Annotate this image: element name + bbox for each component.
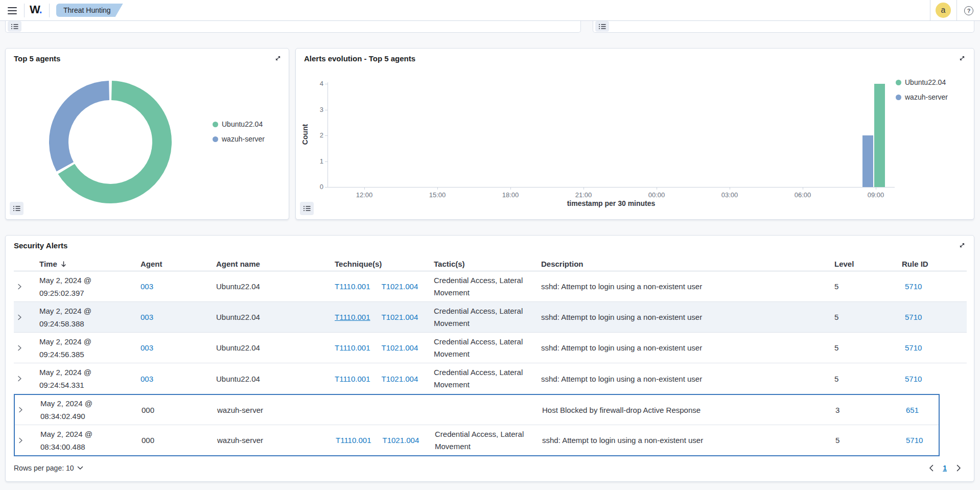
y-tick-label: 2 — [304, 131, 323, 139]
header-tactics[interactable]: Tactic(s) — [428, 258, 535, 270]
cell-rule-id: 5710 — [882, 313, 967, 321]
cell-time: May 2, 2024 @ 09:24:58.388 — [34, 305, 121, 330]
rows-per-page-selector[interactable]: Rows per page: 10 — [14, 464, 83, 472]
row-expand-chevron-right-icon[interactable] — [17, 283, 22, 291]
cell-techniques: T1110.001T1021.004 — [325, 375, 428, 383]
wazuh-logo[interactable]: W. — [30, 3, 42, 16]
header-description[interactable]: Description — [535, 260, 821, 268]
bar-chart: Count 01234 12:0015:0018:0021:0000:0003:… — [296, 49, 975, 220]
list-icon[interactable] — [300, 202, 314, 215]
x-tick-label: 21:00 — [568, 191, 599, 199]
expand-icon[interactable] — [956, 240, 968, 251]
rule-id-link[interactable]: 5710 — [905, 282, 922, 291]
rule-id-link[interactable]: 651 — [906, 406, 919, 414]
cell-time: May 2, 2024 @ 08:34:00.488 — [35, 428, 122, 453]
legend-label: Ubuntu22.04 — [222, 120, 263, 128]
technique-link[interactable]: T1021.004 — [382, 313, 418, 321]
donut-chart[interactable] — [48, 80, 173, 204]
bar-Ubuntu22.04[interactable] — [874, 84, 885, 187]
rule-id-link[interactable]: 5710 — [905, 375, 922, 383]
rule-id-link[interactable]: 5710 — [906, 436, 923, 445]
row-expand-chevron-right-icon[interactable] — [17, 313, 22, 321]
legend-dot-icon — [213, 122, 218, 127]
cell-agent-name: Ubuntu22.04 — [208, 282, 325, 291]
header-agent[interactable]: Agent — [121, 260, 208, 268]
list-icon[interactable] — [595, 21, 609, 32]
cell-description: sshd: Attempt to login using a non-exist… — [535, 282, 821, 291]
cell-agent: 003 — [121, 343, 208, 352]
cell-agent-name: Ubuntu22.04 — [208, 343, 325, 352]
technique-link[interactable]: T1110.001 — [335, 343, 370, 352]
donut-slice[interactable] — [59, 90, 109, 167]
row-expand-chevron-right-icon[interactable] — [17, 375, 22, 383]
cell-tactics: Credential Access, Lateral Movement — [428, 305, 535, 330]
table-header-row: Time Agent Agent name Technique(s) Tacti… — [14, 257, 967, 271]
cell-agent-name: Ubuntu22.04 — [208, 375, 325, 383]
cell-techniques: T1110.001T1021.004 — [326, 436, 429, 445]
bar-wazuh-server[interactable] — [862, 135, 873, 187]
divider — [24, 4, 25, 17]
cell-agent: 003 — [121, 375, 208, 383]
chevron-right-icon[interactable] — [951, 461, 966, 475]
cell-techniques: T1110.001T1021.004 — [325, 282, 428, 291]
rule-id-link[interactable]: 5710 — [905, 313, 922, 321]
legend-item[interactable]: wazuh-server — [213, 135, 265, 143]
list-icon[interactable] — [10, 202, 24, 215]
cell-rule-id: 651 — [883, 406, 939, 414]
header-techniques[interactable]: Technique(s) — [325, 260, 428, 268]
x-tick-label: 18:00 — [495, 191, 526, 199]
chevron-left-icon[interactable] — [924, 461, 938, 475]
divider — [956, 0, 957, 21]
chevron-down-icon — [77, 466, 83, 470]
avatar[interactable]: a — [936, 3, 951, 18]
x-tick-label: 00:00 — [641, 191, 672, 199]
technique-link[interactable]: T1021.004 — [382, 375, 418, 383]
cell-level: 3 — [822, 406, 883, 414]
panel-title: Top 5 agents — [14, 54, 60, 63]
technique-link[interactable]: T1110.001 — [336, 436, 371, 445]
row-expand-chevron-right-icon[interactable] — [18, 406, 24, 414]
header-agent-name[interactable]: Agent name — [208, 260, 325, 268]
legend-label: Ubuntu22.04 — [905, 78, 946, 86]
table-row: May 2, 2024 @ 09:25:02.397003Ubuntu22.04… — [14, 271, 967, 302]
row-expand-chevron-right-icon[interactable] — [18, 436, 24, 445]
chart-legend: Ubuntu22.04wazuh-server — [213, 120, 265, 150]
cell-agent: 003 — [121, 313, 208, 321]
header-level[interactable]: Level — [821, 260, 882, 268]
row-expand-chevron-right-icon[interactable] — [17, 344, 22, 352]
cell-tactics: Credential Access, Lateral Movement — [428, 274, 535, 299]
technique-link[interactable]: T1021.004 — [383, 436, 419, 445]
agent-link[interactable]: 003 — [141, 343, 153, 352]
technique-link[interactable]: T1110.001 — [335, 313, 370, 321]
header-time[interactable]: Time — [34, 258, 121, 270]
y-tick-label: 3 — [304, 106, 323, 113]
cell-time: May 2, 2024 @ 09:25:02.397 — [34, 274, 121, 299]
help-icon[interactable]: ? — [963, 5, 975, 17]
cell-agent-name: wazuh-server — [209, 406, 326, 414]
legend-item[interactable]: Ubuntu22.04 — [213, 120, 265, 128]
technique-link[interactable]: T1021.004 — [382, 343, 418, 352]
chart-legend: Ubuntu22.04wazuh-server — [896, 78, 948, 108]
page-number[interactable]: 1 — [943, 464, 947, 472]
technique-link[interactable]: T1110.001 — [335, 375, 370, 383]
agent-link[interactable]: 003 — [141, 313, 153, 321]
legend-item[interactable]: Ubuntu22.04 — [896, 78, 948, 86]
header-rule-id[interactable]: Rule ID — [882, 260, 967, 268]
panel-title: Security Alerts — [14, 241, 67, 250]
alerts-table: Time Agent Agent name Technique(s) Tacti… — [14, 257, 967, 456]
expand-icon[interactable] — [272, 53, 284, 64]
cell-description: sshd: Attempt to login using a non-exist… — [536, 436, 822, 445]
menu-icon[interactable] — [5, 4, 19, 18]
technique-link[interactable]: T1110.001 — [335, 282, 370, 291]
agent-link[interactable]: 003 — [141, 282, 153, 291]
technique-link[interactable]: T1021.004 — [382, 282, 418, 291]
x-tick-label: 03:00 — [714, 191, 745, 199]
rule-id-link[interactable]: 5710 — [905, 343, 922, 352]
agent-link[interactable]: 003 — [141, 375, 153, 383]
breadcrumb[interactable]: Threat Hunting — [56, 4, 123, 17]
legend-item[interactable]: wazuh-server — [896, 93, 948, 101]
list-icon[interactable] — [8, 21, 21, 32]
divider — [49, 4, 50, 17]
cell-description: sshd: Attempt to login using a non-exist… — [535, 313, 821, 321]
x-axis — [328, 187, 895, 188]
